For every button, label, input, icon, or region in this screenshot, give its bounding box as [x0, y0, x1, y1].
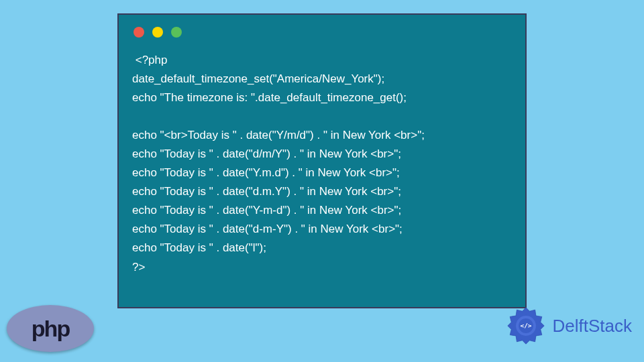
code-line: <?php — [132, 54, 167, 66]
delftstack-logo-text: DelftStack — [553, 316, 633, 337]
code-line: echo "Today is " . date("d-m-Y") . " in … — [132, 223, 402, 235]
code-content: <?php date_default_timezone_set("America… — [132, 51, 512, 277]
code-line: date_default_timezone_set("America/New_Y… — [132, 72, 384, 85]
code-line: echo "Today is " . date("l"); — [132, 241, 266, 254]
php-logo: php — [7, 305, 94, 352]
window-maximize-icon — [171, 27, 182, 38]
code-line: echo "Today is " . date("d.m.Y") . " in … — [132, 185, 401, 198]
svg-text:</>: </> — [520, 322, 531, 329]
code-line: echo "The timezone is: ".date_default_ti… — [132, 91, 407, 104]
code-line: ?> — [132, 261, 145, 274]
code-window: <?php date_default_timezone_set("America… — [117, 13, 527, 308]
code-line: echo "Today is " . date("Y.m.d") . " in … — [132, 166, 400, 179]
php-logo-ellipse: php — [7, 305, 94, 352]
window-close-icon — [133, 27, 144, 38]
code-line: echo "Today is " . date("d/m/Y") . " in … — [132, 147, 401, 160]
delftstack-gear-icon: </> — [503, 303, 549, 349]
php-logo-text: php — [32, 316, 69, 342]
code-line: echo "<br>Today is " . date("Y/m/d") . "… — [132, 129, 425, 141]
window-minimize-icon — [152, 27, 163, 38]
window-controls — [133, 27, 512, 38]
delftstack-logo: </> DelftStack — [503, 303, 633, 349]
code-line: echo "Today is " . date("Y-m-d") . " in … — [132, 204, 401, 217]
